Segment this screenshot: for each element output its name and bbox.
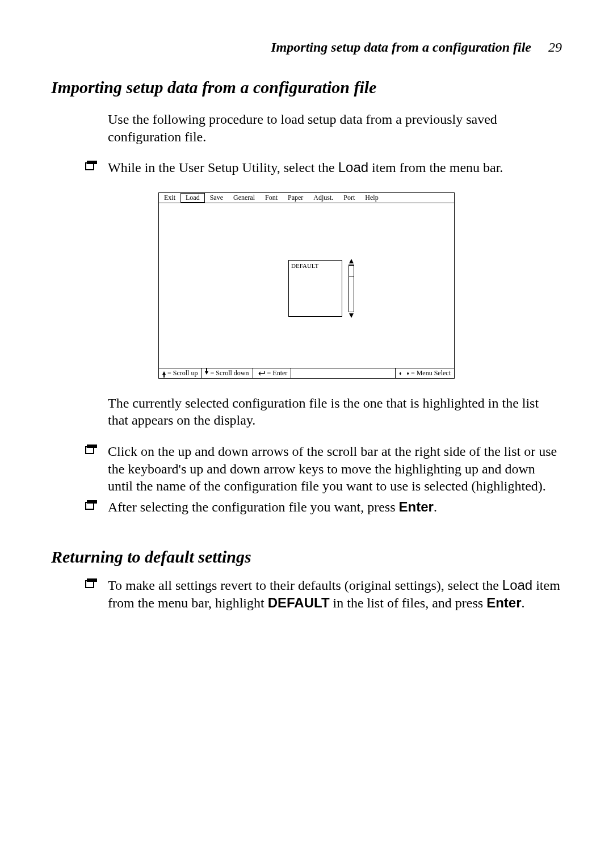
section1-step2: Click on the up and down arrows of the s… <box>108 443 562 495</box>
step3-enter-word: Enter <box>399 499 434 514</box>
status-scroll-up-text: = Scroll up <box>167 369 198 378</box>
status-scroll-down: = Scroll down <box>201 368 253 378</box>
step1-text-pre: While in the User Setup Utility, select … <box>108 160 338 175</box>
load-file-list[interactable]: DEFAULT <box>288 260 342 317</box>
menu-item-adjust[interactable]: Adjust. <box>308 193 338 202</box>
step3-text-pre: After selecting the configuration file y… <box>108 500 399 514</box>
checkbox-icon <box>85 160 98 170</box>
app-statusbar: = Scroll up = Scroll down = Enter <box>159 368 454 378</box>
page-number: 29 <box>548 40 562 55</box>
app-screenshot-diagram: Exit Load Save General Font Paper Adjust… <box>51 192 562 378</box>
running-title: Importing setup data from a configuratio… <box>271 40 531 54</box>
status-menu-select-text: = Menu Select <box>411 369 451 378</box>
document-page: Importing setup data from a configuratio… <box>0 0 613 868</box>
menu-item-help[interactable]: Help <box>360 193 383 202</box>
menu-item-port[interactable]: Port <box>338 193 360 202</box>
step3-text-post: . <box>434 500 437 514</box>
section-title-returning: Returning to default settings <box>51 547 562 567</box>
section-title-importing: Importing setup data from a configuratio… <box>51 78 562 97</box>
menu-item-save[interactable]: Save <box>205 193 228 202</box>
svg-rect-7 <box>87 578 97 582</box>
step1-load-word: Load <box>338 160 368 175</box>
app-body: DEFAULT <box>159 203 454 368</box>
menu-item-general[interactable]: General <box>228 193 260 202</box>
menu-item-load[interactable]: Load <box>180 193 205 202</box>
section1-intro: Use the following procedure to load setu… <box>108 111 562 145</box>
arrow-left-right-icon <box>399 369 409 378</box>
step1-text-post: item from the menu bar. <box>368 160 503 175</box>
s2-step1-c: in the list of files, and press <box>330 596 487 610</box>
scrollbar[interactable] <box>347 259 355 318</box>
checkbox-icon <box>85 578 98 588</box>
status-scroll-up: = Scroll up <box>159 368 201 378</box>
s2-step1-a: To make all settings revert to their def… <box>108 578 502 593</box>
menu-item-exit[interactable]: Exit <box>159 193 180 202</box>
scroll-thumb[interactable] <box>349 265 354 276</box>
list-item[interactable]: DEFAULT <box>291 262 339 269</box>
status-scroll-down-text: = Scroll down <box>210 369 249 378</box>
checkbox-icon <box>85 444 98 454</box>
scroll-track[interactable] <box>349 265 354 312</box>
scroll-down-icon[interactable] <box>349 313 354 318</box>
section2-step1: To make all settings revert to their def… <box>108 577 562 611</box>
running-header: Importing setup data from a configuratio… <box>51 40 562 55</box>
scroll-up-icon[interactable] <box>349 259 354 263</box>
menu-item-font[interactable]: Font <box>260 193 283 202</box>
section1-step3: After selecting the configuration file y… <box>108 498 562 516</box>
status-spacer <box>291 368 396 378</box>
status-enter: = Enter <box>253 368 292 378</box>
menu-item-paper[interactable]: Paper <box>283 193 308 202</box>
s2-step1-d: . <box>522 596 525 610</box>
status-enter-text: = Enter <box>267 369 288 378</box>
step2-text: Click on the up and down arrows of the s… <box>108 444 557 493</box>
svg-rect-1 <box>87 161 97 164</box>
app-window: Exit Load Save General Font Paper Adjust… <box>158 192 455 378</box>
s2-step1-enter: Enter <box>486 595 521 610</box>
s2-step1-default: DEFAULT <box>268 595 330 610</box>
enter-key-icon <box>257 369 266 378</box>
arrow-up-icon <box>162 371 166 375</box>
svg-rect-5 <box>87 500 97 504</box>
app-menubar: Exit Load Save General Font Paper Adjust… <box>159 193 454 203</box>
s2-step1-load: Load <box>502 577 532 593</box>
section1-after-diagram: The currently selected configuration fil… <box>108 395 562 429</box>
section1-step1: While in the User Setup Utility, select … <box>108 159 562 177</box>
arrow-down-icon <box>205 371 208 375</box>
status-menu-select: = Menu Select <box>396 368 454 378</box>
checkbox-icon <box>85 500 98 510</box>
svg-rect-3 <box>87 445 97 448</box>
